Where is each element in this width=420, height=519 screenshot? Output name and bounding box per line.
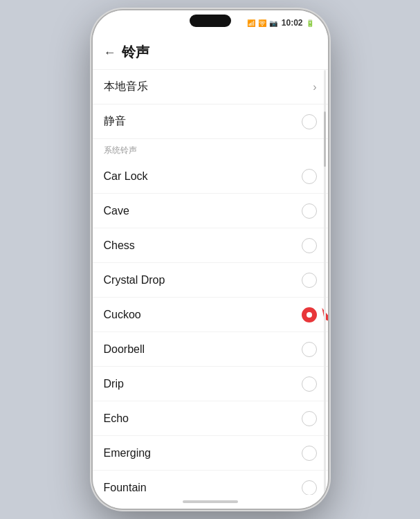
signal-icon: 📶 [247,19,255,27]
content-area: 本地音乐 › 静音 系统铃声 Car LockCaveChessCrystal … [93,70,328,495]
silent-label: 静音 [104,114,126,129]
system-ringtones-label: 系统铃声 [93,139,328,159]
scroll-track [324,70,326,495]
ringtone-radio[interactable] [302,273,317,288]
back-button[interactable]: ← [104,46,116,59]
ringtone-item[interactable]: Echo [93,401,328,436]
ringtone-radio[interactable] [302,169,317,184]
silent-radio[interactable] [302,114,317,129]
ringtone-item[interactable]: Crystal Drop [93,263,328,298]
ringtone-radio[interactable] [302,480,317,495]
ringtone-item[interactable]: Chess [93,228,328,263]
ringtone-item[interactable]: Fountain [93,471,328,495]
page-title: 铃声 [122,43,149,62]
ringtone-name: Emerging [104,447,151,459]
ringtone-name: Crystal Drop [104,274,165,286]
status-bar: 📶 🛜 📷 10:02 🔋 [93,10,328,35]
ringtone-item[interactable]: Drip [93,367,328,401]
phone-frame: 📶 🛜 📷 10:02 🔋 ← 铃声 本地音乐 › 静音 系统铃声 Car Lo… [93,10,328,509]
wifi-icon: 🛜 [258,19,266,27]
ringtone-radio[interactable] [302,446,317,461]
ringtone-radio[interactable] [302,376,317,392]
ringtones-list: Car LockCaveChessCrystal DropCuckooDoorb… [93,159,328,495]
ringtone-name: Car Lock [104,170,148,183]
local-music-row[interactable]: 本地音乐 › [93,70,328,104]
time-display: 10:02 [282,18,303,28]
ringtone-radio[interactable] [302,203,317,219]
scroll-thumb [324,111,326,167]
ringtone-item[interactable]: Emerging [93,436,328,471]
status-right: 📶 🛜 📷 10:02 🔋 [247,18,314,28]
chevron-right-icon: › [313,81,316,93]
ringtone-radio[interactable] [302,411,317,426]
ringtone-name: Chess [104,239,135,252]
home-indicator [93,495,328,509]
ringtone-radio[interactable] [302,342,317,357]
ringtone-item[interactable]: Car Lock [93,159,328,194]
ringtone-name: Cave [104,205,129,217]
ringtone-item[interactable]: Cave [93,194,328,228]
local-music-label: 本地音乐 [104,80,148,94]
top-nav: ← 铃声 [93,35,328,70]
ringtone-radio[interactable] [302,238,317,253]
back-arrow-icon: ← [104,46,116,59]
notch [190,15,231,27]
battery-icon: 🔋 [306,19,314,27]
video-icon: 📷 [269,19,277,27]
cursor-arrow-icon [316,300,328,328]
ringtone-item[interactable]: Cuckoo [93,298,328,332]
ringtone-name: Echo [104,412,129,425]
ringtone-name: Doorbell [104,343,145,356]
ringtone-name: Fountain [104,482,147,494]
selected-radio[interactable] [302,307,317,322]
home-bar [183,500,238,503]
ringtone-item[interactable]: Doorbell [93,332,328,367]
ringtone-name: Drip [104,378,124,390]
ringtone-name: Cuckoo [104,309,141,321]
silent-row[interactable]: 静音 [93,104,328,139]
